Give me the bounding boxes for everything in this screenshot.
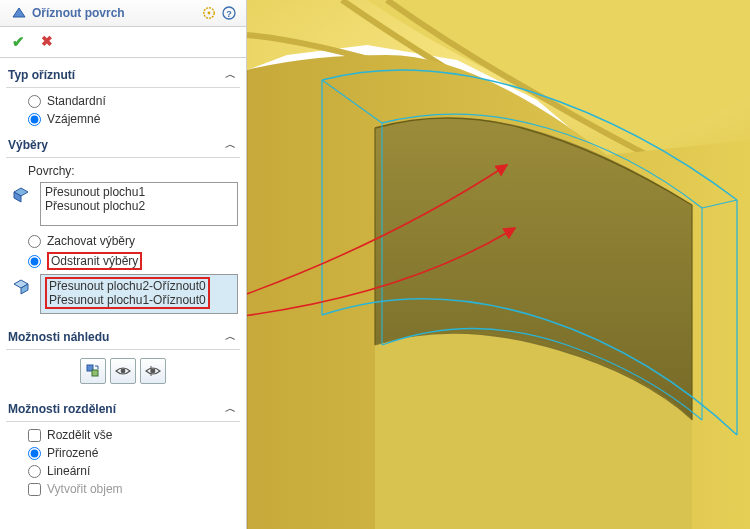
surfaces-icon (10, 184, 32, 206)
radio-label: Standardní (47, 94, 106, 108)
section-title: Možnosti rozdělení (8, 402, 116, 416)
ok-button[interactable]: ✔ (12, 33, 25, 51)
list-item[interactable]: Přesunout plochu1-Oříznout0 (49, 293, 206, 307)
confirm-bar: ✔ ✖ (0, 27, 246, 58)
list-item[interactable]: Přesunout plochu2 (45, 199, 233, 213)
section-header-selections[interactable]: Výběry ︿ (0, 132, 246, 155)
section-title: Výběry (8, 138, 48, 152)
radio-label-highlighted: Odstranit výběry (47, 252, 142, 270)
cancel-button[interactable]: ✖ (41, 33, 53, 51)
preview-buttons (0, 354, 246, 392)
model-view (247, 0, 750, 529)
options-icon[interactable] (200, 4, 218, 22)
svg-point-1 (208, 12, 211, 15)
help-icon[interactable]: ? (220, 4, 238, 22)
list-item[interactable]: Přesunout plochu2-Oříznout0 (49, 279, 206, 293)
property-panel: Oříznout povrch ? ✔ ✖ Typ oříznutí ︿ Sta… (0, 0, 247, 529)
svg-point-6 (121, 369, 126, 374)
surfaces-label: Povrchy: (0, 162, 246, 180)
radio-remove[interactable]: Odstranit výběry (0, 250, 246, 272)
graphics-viewport[interactable] (247, 0, 750, 529)
preview-show-both-button[interactable] (140, 358, 166, 384)
feature-icon (10, 4, 28, 22)
panel-title: Oříznout povrch (32, 6, 198, 20)
radio-label: Vzájemné (47, 112, 100, 126)
svg-text:?: ? (226, 9, 232, 19)
radio-standard[interactable]: Standardní (0, 92, 246, 110)
check-create-solid[interactable]: Vytvořit objem (0, 480, 246, 498)
list-item[interactable]: Přesunout plochu1 (45, 185, 233, 199)
section-title: Možnosti náhledu (8, 330, 109, 344)
section-title: Typ oříznutí (8, 68, 75, 82)
collapse-icon: ︿ (225, 137, 236, 152)
collapse-icon: ︿ (225, 329, 236, 344)
panel-header: Oříznout povrch ? (0, 0, 246, 27)
check-label: Rozdělit vše (47, 428, 112, 442)
radio-label: Zachovat výběry (47, 234, 135, 248)
radio-keep[interactable]: Zachovat výběry (0, 232, 246, 250)
svg-rect-5 (92, 370, 98, 376)
radio-linear[interactable]: Lineární (0, 462, 246, 480)
section-header-type[interactable]: Typ oříznutí ︿ (0, 62, 246, 85)
collapse-icon: ︿ (225, 67, 236, 82)
remove-listbox[interactable]: Přesunout plochu2-Oříznout0 Přesunout pl… (40, 274, 238, 314)
remove-icon (10, 276, 32, 298)
preview-show-excluded-button[interactable] (110, 358, 136, 384)
check-split-all[interactable]: Rozdělit vše (0, 426, 246, 444)
radio-natural[interactable]: Přirozené (0, 444, 246, 462)
surfaces-listbox[interactable]: Přesunout plochu1 Přesunout plochu2 (40, 182, 238, 226)
radio-mutual[interactable]: Vzájemné (0, 110, 246, 128)
radio-label: Lineární (47, 464, 90, 478)
radio-label: Přirozené (47, 446, 98, 460)
collapse-icon: ︿ (225, 401, 236, 416)
section-header-split[interactable]: Možnosti rozdělení ︿ (0, 396, 246, 419)
preview-show-included-button[interactable] (80, 358, 106, 384)
section-header-preview[interactable]: Možnosti náhledu ︿ (0, 324, 246, 347)
check-label: Vytvořit objem (47, 482, 123, 496)
